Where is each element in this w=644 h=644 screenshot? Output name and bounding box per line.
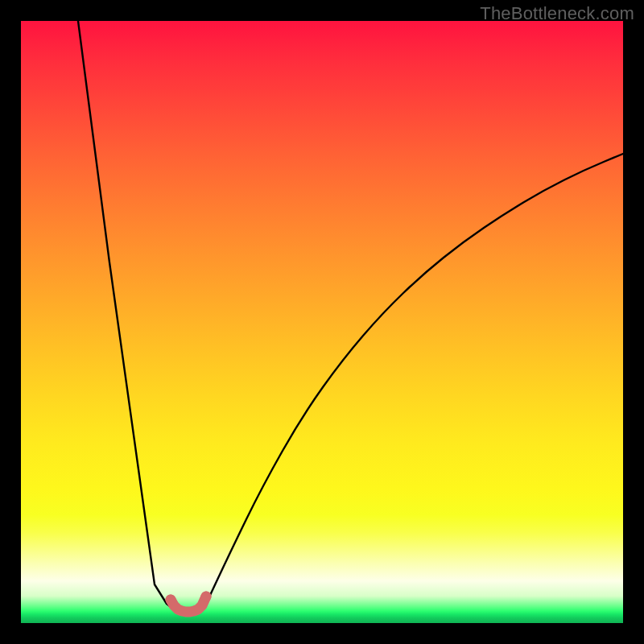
valley-marker-stroke: [171, 597, 206, 612]
plot-area: [21, 21, 623, 623]
bottleneck-curve: [78, 21, 623, 612]
valley-marker-dot: [201, 592, 212, 602]
curve-svg: [21, 21, 623, 623]
valley-markers: [166, 592, 212, 613]
valley-marker-dot: [166, 595, 176, 605]
chart-container: TheBottleneck.com: [0, 0, 644, 644]
